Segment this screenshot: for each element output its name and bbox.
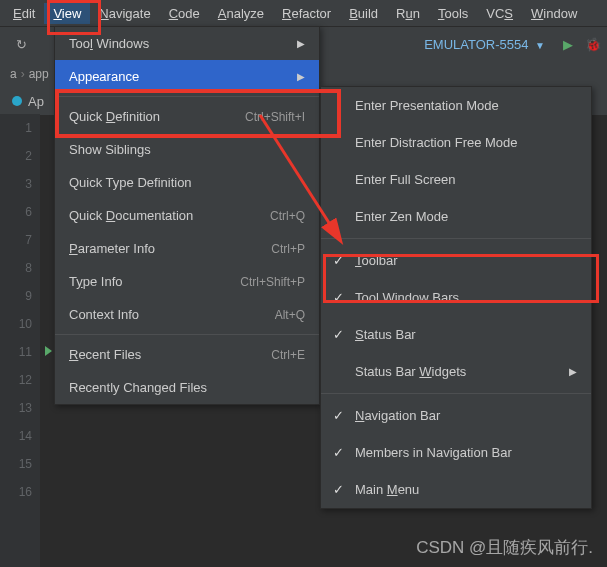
line-number: 15 bbox=[0, 450, 40, 478]
menu-window[interactable]: Window bbox=[522, 3, 586, 24]
menu-item-label: Tool Window Bars bbox=[355, 290, 459, 305]
view-menu-item[interactable]: Tool Windows▶ bbox=[55, 27, 319, 60]
menu-item-label: Type Info bbox=[69, 274, 123, 289]
appearance-menu-item[interactable]: Navigation Bar bbox=[321, 397, 591, 434]
view-menu-item[interactable]: Context InfoAlt+Q bbox=[55, 298, 319, 331]
line-number: 6 bbox=[0, 198, 40, 226]
line-number: 13 bbox=[0, 394, 40, 422]
line-number: 9 bbox=[0, 282, 40, 310]
menu-edit[interactable]: Edit bbox=[4, 3, 44, 24]
appearance-menu-item[interactable]: Main Menu bbox=[321, 471, 591, 508]
menu-item-shortcut: Ctrl+E bbox=[271, 348, 305, 362]
view-menu-item[interactable]: Show Siblings bbox=[55, 133, 319, 166]
menu-item-shortcut: Alt+Q bbox=[275, 308, 305, 322]
run-marker-icon[interactable] bbox=[45, 346, 52, 356]
menu-run[interactable]: Run bbox=[387, 3, 429, 24]
appearance-menu-item[interactable]: Toolbar bbox=[321, 242, 591, 279]
menu-build[interactable]: Build bbox=[340, 3, 387, 24]
menu-item-label: Main Menu bbox=[355, 482, 419, 497]
view-menu-item[interactable]: Quick DefinitionCtrl+Shift+I bbox=[55, 100, 319, 133]
menu-item-label: Status Bar bbox=[355, 327, 416, 342]
menu-item-label: Context Info bbox=[69, 307, 139, 322]
menu-item-label: Recently Changed Files bbox=[69, 380, 207, 395]
device-label: EMULATOR-5554 bbox=[424, 37, 528, 52]
breadcrumb-item[interactable]: app bbox=[29, 67, 49, 81]
menu-item-label: Show Siblings bbox=[69, 142, 151, 157]
menu-item-label: Members in Navigation Bar bbox=[355, 445, 512, 460]
view-menu-item[interactable]: Quick DocumentationCtrl+Q bbox=[55, 199, 319, 232]
menu-item-label: Quick Documentation bbox=[69, 208, 193, 223]
view-menu-item[interactable]: Recent FilesCtrl+E bbox=[55, 338, 319, 371]
menu-item-label: Appearance bbox=[69, 69, 139, 84]
menu-tools[interactable]: Tools bbox=[429, 3, 477, 24]
appearance-submenu: Enter Presentation ModeEnter Distraction… bbox=[320, 86, 592, 509]
chevron-down-icon: ▼ bbox=[535, 40, 545, 51]
line-number: 3 bbox=[0, 170, 40, 198]
file-icon bbox=[12, 96, 22, 106]
appearance-menu-item[interactable]: Members in Navigation Bar bbox=[321, 434, 591, 471]
menu-item-label: Navigation Bar bbox=[355, 408, 440, 423]
line-gutter: 123678910111213141516 bbox=[0, 114, 40, 567]
menu-item-shortcut: Ctrl+Q bbox=[270, 209, 305, 223]
line-number: 1 bbox=[0, 114, 40, 142]
menu-item-shortcut: Ctrl+P bbox=[271, 242, 305, 256]
line-number: 10 bbox=[0, 310, 40, 338]
line-number: 14 bbox=[0, 422, 40, 450]
menu-item-label: Parameter Info bbox=[69, 241, 155, 256]
menu-separator bbox=[321, 393, 591, 394]
submenu-arrow-icon: ▶ bbox=[297, 71, 305, 82]
menu-separator bbox=[55, 334, 319, 335]
view-menu-item[interactable]: Quick Type Definition bbox=[55, 166, 319, 199]
menu-item-shortcut: Ctrl+Shift+P bbox=[240, 275, 305, 289]
line-number: 8 bbox=[0, 254, 40, 282]
menu-view[interactable]: View bbox=[44, 3, 90, 24]
view-menu-item[interactable]: Appearance▶ bbox=[55, 60, 319, 93]
menu-item-label: Quick Definition bbox=[69, 109, 160, 124]
menu-analyze[interactable]: Analyze bbox=[209, 3, 273, 24]
menu-code[interactable]: Code bbox=[160, 3, 209, 24]
menu-refactor[interactable]: Refactor bbox=[273, 3, 340, 24]
view-menu-item[interactable]: Type InfoCtrl+Shift+P bbox=[55, 265, 319, 298]
line-number: 7 bbox=[0, 226, 40, 254]
appearance-menu-item[interactable]: Status Bar bbox=[321, 316, 591, 353]
menu-item-label: Recent Files bbox=[69, 347, 141, 362]
menubar: EditViewNavigateCodeAnalyzeRefactorBuild… bbox=[0, 0, 607, 26]
menu-item-label: Enter Presentation Mode bbox=[355, 98, 499, 113]
line-number: 11 bbox=[0, 338, 40, 366]
menu-separator bbox=[55, 96, 319, 97]
watermark: CSDN @且随疾风前行. bbox=[416, 536, 593, 559]
line-number: 2 bbox=[0, 142, 40, 170]
menu-vcs[interactable]: VCS bbox=[477, 3, 522, 24]
line-number: 16 bbox=[0, 478, 40, 506]
breadcrumb-item[interactable]: a bbox=[10, 67, 17, 81]
menu-separator bbox=[321, 238, 591, 239]
appearance-menu-item[interactable]: Enter Distraction Free Mode bbox=[321, 124, 591, 161]
line-number: 12 bbox=[0, 366, 40, 394]
menu-item-shortcut: Ctrl+Shift+I bbox=[245, 110, 305, 124]
menu-item-label: Toolbar bbox=[355, 253, 398, 268]
view-menu-item[interactable]: Recently Changed Files bbox=[55, 371, 319, 404]
menu-navigate[interactable]: Navigate bbox=[90, 3, 159, 24]
refresh-icon[interactable]: ↻ bbox=[16, 37, 27, 52]
tab-label[interactable]: Ap bbox=[28, 94, 44, 109]
menu-item-label: Enter Zen Mode bbox=[355, 209, 448, 224]
appearance-menu-item[interactable]: Tool Window Bars bbox=[321, 279, 591, 316]
menu-item-label: Enter Distraction Free Mode bbox=[355, 135, 518, 150]
appearance-menu-item[interactable]: Enter Full Screen bbox=[321, 161, 591, 198]
run-icon[interactable]: ▶ bbox=[563, 37, 573, 52]
appearance-menu-item[interactable]: Status Bar Widgets▶ bbox=[321, 353, 591, 390]
appearance-menu-item[interactable]: Enter Presentation Mode bbox=[321, 87, 591, 124]
appearance-menu-item[interactable]: Enter Zen Mode bbox=[321, 198, 591, 235]
menu-item-label: Quick Type Definition bbox=[69, 175, 192, 190]
submenu-arrow-icon: ▶ bbox=[569, 366, 577, 377]
menu-item-label: Enter Full Screen bbox=[355, 172, 455, 187]
view-menu: Tool Windows▶Appearance▶Quick Definition… bbox=[54, 26, 320, 405]
submenu-arrow-icon: ▶ bbox=[297, 38, 305, 49]
view-menu-item[interactable]: Parameter InfoCtrl+P bbox=[55, 232, 319, 265]
menu-item-label: Tool Windows bbox=[69, 36, 149, 51]
menu-item-label: Status Bar Widgets bbox=[355, 364, 466, 379]
device-selector[interactable]: EMULATOR-5554 ▼ bbox=[418, 34, 551, 55]
debug-icon[interactable]: 🐞 bbox=[585, 37, 601, 52]
